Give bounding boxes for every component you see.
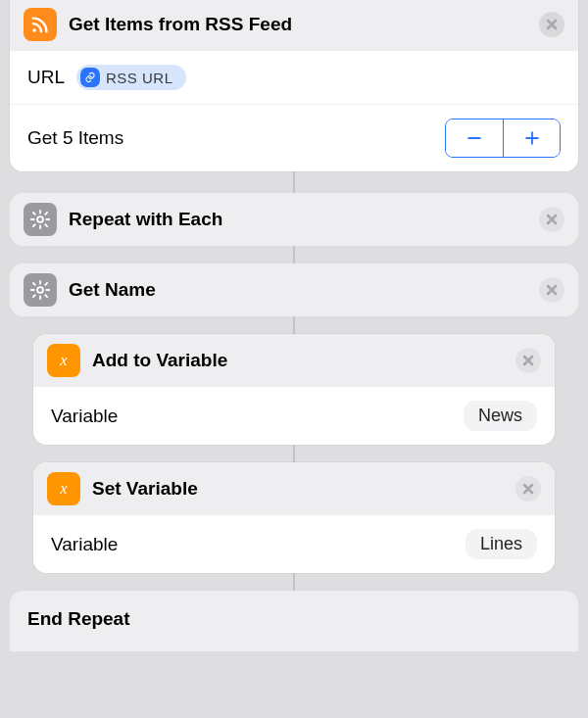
close-icon[interactable] bbox=[515, 348, 541, 373]
stepper-increment[interactable] bbox=[503, 120, 560, 157]
rss-url-token[interactable]: RSS URL bbox=[76, 65, 186, 90]
setvar-value[interactable]: Lines bbox=[466, 529, 537, 559]
url-row: URL RSS URL bbox=[10, 51, 578, 104]
setvar-field: Variable bbox=[51, 534, 118, 555]
close-icon[interactable] bbox=[539, 207, 564, 232]
close-icon[interactable] bbox=[515, 476, 541, 502]
getname-action-card: Get Name bbox=[10, 263, 578, 316]
rss-header: Get Items from RSS Feed bbox=[10, 0, 578, 51]
addvar-value[interactable]: News bbox=[464, 401, 537, 431]
url-label: URL bbox=[27, 67, 65, 88]
item-count-row: Get 5 Items bbox=[10, 104, 578, 171]
rss-icon bbox=[24, 8, 57, 41]
setvar-row: Variable Lines bbox=[33, 515, 555, 573]
addvar-field: Variable bbox=[51, 406, 118, 427]
variable-icon: x bbox=[47, 344, 80, 377]
getname-title: Get Name bbox=[69, 279, 527, 301]
repeat-action-card: Repeat with Each bbox=[10, 193, 578, 246]
items-label: Get 5 Items bbox=[27, 127, 123, 149]
svg-text:x: x bbox=[59, 351, 68, 369]
variable-icon: x bbox=[47, 472, 80, 505]
quantity-stepper bbox=[445, 119, 561, 158]
addvar-action-card: x Add to Variable Variable News bbox=[33, 334, 555, 445]
rss-action-card: Get Items from RSS Feed URL RSS URL Get … bbox=[10, 0, 578, 171]
svg-point-0 bbox=[32, 28, 36, 32]
end-repeat-card: End Repeat bbox=[10, 591, 578, 651]
gear-icon bbox=[24, 203, 57, 236]
addvar-title: Add to Variable bbox=[92, 350, 504, 371]
close-icon[interactable] bbox=[539, 277, 564, 303]
setvar-action-card: x Set Variable Variable Lines bbox=[33, 462, 555, 573]
rss-title: Get Items from RSS Feed bbox=[69, 14, 527, 35]
close-icon[interactable] bbox=[539, 12, 564, 37]
token-text: RSS URL bbox=[106, 70, 173, 86]
repeat-title: Repeat with Each bbox=[69, 209, 527, 230]
svg-text:x: x bbox=[59, 479, 68, 498]
svg-point-2 bbox=[37, 287, 43, 293]
setvar-title: Set Variable bbox=[92, 478, 504, 500]
svg-point-1 bbox=[37, 216, 43, 222]
gear-icon bbox=[24, 273, 57, 307]
addvar-row: Variable News bbox=[33, 387, 555, 445]
link-icon bbox=[80, 68, 100, 87]
stepper-decrement[interactable] bbox=[446, 120, 503, 157]
